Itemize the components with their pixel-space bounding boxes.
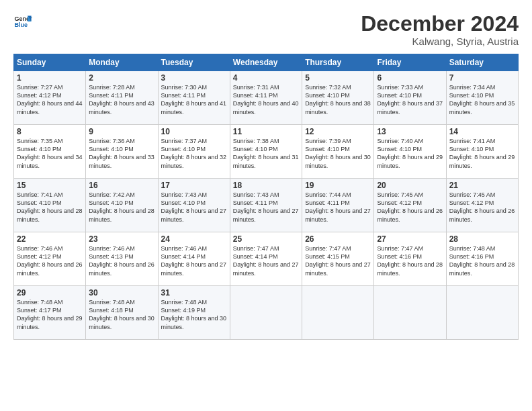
- day-info: Sunrise: 7:44 AM Sunset: 4:11 PM Dayligh…: [305, 191, 371, 224]
- calendar-cell: 4 Sunrise: 7:31 AM Sunset: 4:11 PM Dayli…: [230, 71, 302, 125]
- day-number: 31: [161, 288, 227, 298]
- week-row-3: 15 Sunrise: 7:41 AM Sunset: 4:10 PM Dayl…: [14, 179, 519, 232]
- day-info: Sunrise: 7:48 AM Sunset: 4:18 PM Dayligh…: [89, 298, 154, 331]
- calendar-cell: 28 Sunrise: 7:48 AM Sunset: 4:16 PM Dayl…: [446, 232, 518, 286]
- day-number: 28: [449, 234, 515, 244]
- calendar-cell: 26 Sunrise: 7:47 AM Sunset: 4:15 PM Dayl…: [302, 232, 374, 286]
- day-number: 4: [233, 73, 299, 83]
- day-number: 23: [89, 234, 154, 244]
- col-header-tuesday: Tuesday: [158, 54, 230, 71]
- day-number: 11: [233, 127, 299, 136]
- day-info: Sunrise: 7:30 AM Sunset: 4:11 PM Dayligh…: [161, 83, 227, 116]
- calendar-cell: 9 Sunrise: 7:36 AM Sunset: 4:10 PM Dayli…: [86, 125, 158, 179]
- calendar-cell: 10 Sunrise: 7:37 AM Sunset: 4:10 PM Dayl…: [158, 125, 230, 179]
- day-number: 25: [233, 234, 299, 244]
- col-header-saturday: Saturday: [446, 54, 518, 71]
- day-info: Sunrise: 7:37 AM Sunset: 4:10 PM Dayligh…: [161, 137, 227, 170]
- day-number: 19: [305, 181, 371, 190]
- day-number: 12: [305, 127, 371, 136]
- calendar-cell: [446, 286, 518, 340]
- calendar-cell: 17 Sunrise: 7:43 AM Sunset: 4:10 PM Dayl…: [158, 179, 230, 232]
- day-info: Sunrise: 7:34 AM Sunset: 4:10 PM Dayligh…: [449, 83, 515, 116]
- calendar-cell: 29 Sunrise: 7:48 AM Sunset: 4:17 PM Dayl…: [14, 286, 86, 340]
- calendar-cell: 11 Sunrise: 7:38 AM Sunset: 4:10 PM Dayl…: [230, 125, 302, 179]
- col-header-friday: Friday: [374, 54, 446, 71]
- location-title: Kalwang, Styria, Austria: [361, 36, 519, 47]
- day-info: Sunrise: 7:35 AM Sunset: 4:10 PM Dayligh…: [17, 137, 83, 170]
- calendar-cell: 18 Sunrise: 7:43 AM Sunset: 4:11 PM Dayl…: [230, 179, 302, 232]
- day-info: Sunrise: 7:41 AM Sunset: 4:10 PM Dayligh…: [17, 191, 83, 224]
- day-info: Sunrise: 7:36 AM Sunset: 4:10 PM Dayligh…: [89, 137, 154, 170]
- calendar-cell: 3 Sunrise: 7:30 AM Sunset: 4:11 PM Dayli…: [158, 71, 230, 125]
- day-number: 14: [449, 127, 515, 136]
- day-number: 6: [377, 73, 443, 83]
- day-info: Sunrise: 7:28 AM Sunset: 4:11 PM Dayligh…: [89, 83, 154, 116]
- day-number: 24: [161, 234, 227, 244]
- day-number: 18: [233, 181, 299, 190]
- logo: General Blue: [13, 12, 32, 31]
- calendar-cell: 19 Sunrise: 7:44 AM Sunset: 4:11 PM Dayl…: [302, 179, 374, 232]
- calendar-cell: 27 Sunrise: 7:47 AM Sunset: 4:16 PM Dayl…: [374, 232, 446, 286]
- logo-icon: General Blue: [13, 12, 32, 31]
- day-info: Sunrise: 7:43 AM Sunset: 4:11 PM Dayligh…: [233, 191, 299, 224]
- header: General Blue December 2024 Kalwang, Styr…: [13, 12, 519, 47]
- calendar-cell: [230, 286, 302, 340]
- day-number: 20: [377, 181, 443, 190]
- header-row: SundayMondayTuesdayWednesdayThursdayFrid…: [14, 54, 519, 71]
- calendar-page: General Blue December 2024 Kalwang, Styr…: [0, 0, 532, 411]
- calendar-cell: 5 Sunrise: 7:32 AM Sunset: 4:10 PM Dayli…: [302, 71, 374, 125]
- day-info: Sunrise: 7:31 AM Sunset: 4:11 PM Dayligh…: [233, 83, 299, 116]
- week-row-5: 29 Sunrise: 7:48 AM Sunset: 4:17 PM Dayl…: [14, 286, 519, 340]
- day-number: 10: [161, 127, 227, 136]
- day-info: Sunrise: 7:41 AM Sunset: 4:10 PM Dayligh…: [449, 137, 515, 170]
- day-info: Sunrise: 7:43 AM Sunset: 4:10 PM Dayligh…: [161, 191, 227, 224]
- day-info: Sunrise: 7:48 AM Sunset: 4:16 PM Dayligh…: [449, 244, 515, 277]
- day-number: 26: [305, 234, 371, 244]
- calendar-cell: 22 Sunrise: 7:46 AM Sunset: 4:12 PM Dayl…: [14, 232, 86, 286]
- col-header-sunday: Sunday: [14, 54, 86, 71]
- col-header-wednesday: Wednesday: [230, 54, 302, 71]
- calendar-cell: 15 Sunrise: 7:41 AM Sunset: 4:10 PM Dayl…: [14, 179, 86, 232]
- calendar-cell: 30 Sunrise: 7:48 AM Sunset: 4:18 PM Dayl…: [86, 286, 158, 340]
- day-number: 16: [89, 181, 154, 190]
- title-block: December 2024 Kalwang, Styria, Austria: [361, 12, 519, 47]
- day-info: Sunrise: 7:33 AM Sunset: 4:10 PM Dayligh…: [377, 83, 443, 116]
- day-info: Sunrise: 7:40 AM Sunset: 4:10 PM Dayligh…: [377, 137, 443, 170]
- month-title: December 2024: [361, 12, 519, 36]
- day-info: Sunrise: 7:39 AM Sunset: 4:10 PM Dayligh…: [305, 137, 371, 170]
- calendar-cell: 13 Sunrise: 7:40 AM Sunset: 4:10 PM Dayl…: [374, 125, 446, 179]
- week-row-1: 1 Sunrise: 7:27 AM Sunset: 4:12 PM Dayli…: [14, 71, 519, 125]
- calendar-table: SundayMondayTuesdayWednesdayThursdayFrid…: [13, 54, 519, 340]
- col-header-monday: Monday: [86, 54, 158, 71]
- calendar-cell: 16 Sunrise: 7:42 AM Sunset: 4:10 PM Dayl…: [86, 179, 158, 232]
- day-info: Sunrise: 7:48 AM Sunset: 4:19 PM Dayligh…: [161, 298, 227, 331]
- col-header-thursday: Thursday: [302, 54, 374, 71]
- day-number: 17: [161, 181, 227, 190]
- day-number: 29: [17, 288, 83, 298]
- week-row-2: 8 Sunrise: 7:35 AM Sunset: 4:10 PM Dayli…: [14, 125, 519, 179]
- calendar-cell: 21 Sunrise: 7:45 AM Sunset: 4:12 PM Dayl…: [446, 179, 518, 232]
- day-number: 27: [377, 234, 443, 244]
- day-info: Sunrise: 7:46 AM Sunset: 4:14 PM Dayligh…: [161, 244, 227, 277]
- day-number: 15: [17, 181, 83, 190]
- day-info: Sunrise: 7:47 AM Sunset: 4:14 PM Dayligh…: [233, 244, 299, 277]
- day-info: Sunrise: 7:38 AM Sunset: 4:10 PM Dayligh…: [233, 137, 299, 170]
- svg-text:Blue: Blue: [14, 21, 28, 28]
- day-info: Sunrise: 7:46 AM Sunset: 4:12 PM Dayligh…: [17, 244, 83, 277]
- day-info: Sunrise: 7:45 AM Sunset: 4:12 PM Dayligh…: [377, 191, 443, 224]
- week-row-4: 22 Sunrise: 7:46 AM Sunset: 4:12 PM Dayl…: [14, 232, 519, 286]
- day-info: Sunrise: 7:42 AM Sunset: 4:10 PM Dayligh…: [89, 191, 154, 224]
- calendar-cell: 12 Sunrise: 7:39 AM Sunset: 4:10 PM Dayl…: [302, 125, 374, 179]
- calendar-cell: 7 Sunrise: 7:34 AM Sunset: 4:10 PM Dayli…: [446, 71, 518, 125]
- day-number: 13: [377, 127, 443, 136]
- day-info: Sunrise: 7:45 AM Sunset: 4:12 PM Dayligh…: [449, 191, 515, 224]
- calendar-cell: 23 Sunrise: 7:46 AM Sunset: 4:13 PM Dayl…: [86, 232, 158, 286]
- day-number: 7: [449, 73, 515, 83]
- day-number: 5: [305, 73, 371, 83]
- calendar-cell: 8 Sunrise: 7:35 AM Sunset: 4:10 PM Dayli…: [14, 125, 86, 179]
- day-info: Sunrise: 7:32 AM Sunset: 4:10 PM Dayligh…: [305, 83, 371, 116]
- day-number: 1: [17, 73, 83, 83]
- calendar-cell: 14 Sunrise: 7:41 AM Sunset: 4:10 PM Dayl…: [446, 125, 518, 179]
- day-info: Sunrise: 7:47 AM Sunset: 4:15 PM Dayligh…: [305, 244, 371, 277]
- calendar-cell: [374, 286, 446, 340]
